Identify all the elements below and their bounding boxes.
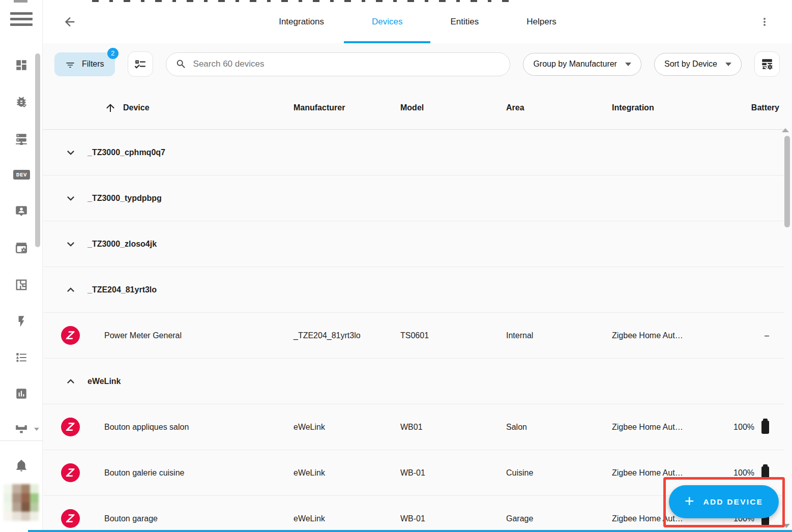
server-network-icon[interactable]: [15, 132, 28, 145]
tab-helpers[interactable]: Helpers: [525, 0, 558, 43]
device-integration: Zigbee Home Aut…: [612, 423, 710, 432]
filters-button[interactable]: Filters 2: [54, 52, 115, 76]
tab-bar: IntegrationsDevicesEntitiesHelpers: [43, 0, 792, 43]
filters-count-badge: 2: [107, 48, 119, 59]
sort-by-dropdown[interactable]: Sort by Device: [654, 53, 742, 76]
battery-value: 100%: [734, 423, 754, 432]
device-name: Power Meter General: [104, 331, 294, 340]
tab-integrations[interactable]: Integrations: [278, 0, 325, 43]
column-header-model[interactable]: Model: [400, 103, 506, 112]
add-device-button[interactable]: + ADD DEVICE: [669, 485, 779, 518]
list-bulleted-type-icon[interactable]: [15, 351, 28, 364]
flash-icon[interactable]: [15, 315, 28, 328]
group-name: _TZE204_81yrt3lo: [87, 285, 157, 294]
sidebar: DEV: [0, 0, 43, 532]
device-area: Cuisine: [506, 468, 612, 478]
battery-value: 100%: [734, 468, 754, 478]
toolbox-icon[interactable]: [15, 423, 28, 436]
device-integration: Zigbee Home Aut…: [612, 331, 710, 340]
group-name: _TZ3000_typdpbpg: [87, 194, 162, 203]
hamburger-menu-icon[interactable]: [10, 12, 33, 32]
application-cog-icon[interactable]: [15, 241, 28, 254]
sort-by-label: Sort by Device: [664, 60, 717, 69]
table-header: Device Manufacturer Model Area Integrati…: [43, 86, 784, 130]
chevron-down-small-icon[interactable]: [34, 428, 39, 431]
column-header-area[interactable]: Area: [506, 103, 612, 112]
sort-ascending-arrow-icon: [104, 102, 116, 114]
group-name: _TZ3000_cphmq0q7: [87, 148, 165, 157]
device-model: TS0601: [400, 331, 506, 340]
list-status-icon: [134, 57, 147, 71]
filter-icon: [65, 60, 75, 68]
battery-value: –: [765, 331, 769, 340]
chevron-up-icon[interactable]: [64, 283, 78, 297]
bell-icon[interactable]: [15, 459, 28, 472]
device-model: WB01: [400, 423, 506, 432]
group-name: _TZ3000_zloso4jk: [87, 240, 157, 249]
group-name: eWeLink: [87, 377, 121, 386]
chevron-down-icon[interactable]: [64, 237, 78, 251]
chart-box-icon[interactable]: [15, 387, 28, 400]
battery-full-icon: [761, 466, 769, 480]
search-input[interactable]: [193, 59, 501, 69]
scroll-up-arrow-icon[interactable]: [782, 128, 789, 132]
chevron-down-icon[interactable]: [64, 145, 78, 160]
column-header-battery[interactable]: Battery: [710, 103, 784, 112]
filter-toolbar: Filters 2 Group by Manufacturer Sort by …: [43, 50, 792, 78]
main-scrollbar-thumb[interactable]: [784, 136, 790, 227]
battery-full-icon: [761, 421, 769, 434]
dev-badge-icon[interactable]: DEV: [13, 170, 30, 180]
zigbee-logo-icon: Z: [61, 509, 80, 528]
list-status-button[interactable]: [128, 51, 153, 77]
zigbee-logo-icon: Z: [61, 326, 80, 345]
add-device-label: ADD DEVICE: [703, 497, 764, 507]
group-row[interactable]: eWeLink: [43, 359, 784, 404]
device-model: WB-01: [400, 514, 506, 523]
group-row[interactable]: _TZ3000_typdpbpg: [43, 175, 784, 221]
device-model: WB-01: [400, 468, 506, 478]
chevron-up-icon[interactable]: [64, 374, 78, 389]
chevron-down-icon[interactable]: [64, 191, 78, 205]
group-by-dropdown[interactable]: Group by Manufacturer: [523, 53, 641, 76]
user-avatar[interactable]: [4, 484, 39, 521]
plus-icon: +: [685, 492, 694, 511]
group-row[interactable]: _TZ3000_cphmq0q7: [43, 130, 784, 175]
device-row[interactable]: ZBouton appliques saloneWeLinkWB01SalonZ…: [43, 404, 784, 450]
device-area: Internal: [506, 331, 612, 340]
group-by-label: Group by Manufacturer: [533, 60, 617, 69]
chevron-down-icon: [725, 63, 731, 66]
top-bar: IntegrationsDevicesEntitiesHelpers: [43, 0, 792, 43]
group-row[interactable]: _TZ3000_zloso4jk: [43, 221, 784, 267]
column-header-manufacturer[interactable]: Manufacturer: [294, 103, 400, 112]
device-manufacturer: eWeLink: [294, 468, 400, 478]
scroll-down-arrow-icon[interactable]: [783, 524, 790, 528]
search-field[interactable]: [166, 52, 511, 76]
sidebar-scrollbar[interactable]: [35, 53, 40, 247]
clipped-content-fragment: [14, 0, 27, 3]
tab-devices[interactable]: Devices: [371, 0, 403, 43]
view-dashboard-icon[interactable]: [15, 58, 28, 72]
badge-account-icon[interactable]: [15, 204, 28, 217]
chevron-down-icon: [625, 63, 631, 66]
group-row[interactable]: _TZE204_81yrt3lo: [43, 267, 784, 313]
device-name: Bouton garage: [104, 514, 294, 523]
device-battery: 100%: [710, 421, 784, 434]
bug-check-icon[interactable]: [15, 95, 28, 108]
tab-entities[interactable]: Entities: [449, 0, 480, 43]
device-row[interactable]: ZPower Meter General_TZE204_81yrt3loTS06…: [43, 313, 784, 359]
device-integration: Zigbee Home Aut…: [612, 468, 710, 478]
zigbee-logo-icon: Z: [61, 418, 80, 436]
device-battery: 100%: [710, 466, 784, 480]
device-manufacturer: eWeLink: [294, 423, 400, 432]
device-manufacturer: _TZE204_81yrt3lo: [294, 331, 400, 340]
column-header-device[interactable]: Device: [104, 102, 294, 114]
overflow-menu-icon[interactable]: [758, 16, 771, 28]
floor-plan-icon[interactable]: [15, 278, 28, 291]
device-battery: –: [710, 331, 784, 340]
device-row[interactable]: ZBouton galerie cuisineeWeLinkWB-01Cuisi…: [43, 450, 784, 496]
table-settings-button[interactable]: [754, 51, 780, 77]
bottom-edge-bar: [28, 530, 792, 532]
column-header-integration[interactable]: Integration: [612, 103, 710, 112]
sidebar-divider: [0, 440, 43, 441]
device-table-body: _TZ3000_cphmq0q7_TZ3000_typdpbpg_TZ3000_…: [43, 130, 784, 532]
